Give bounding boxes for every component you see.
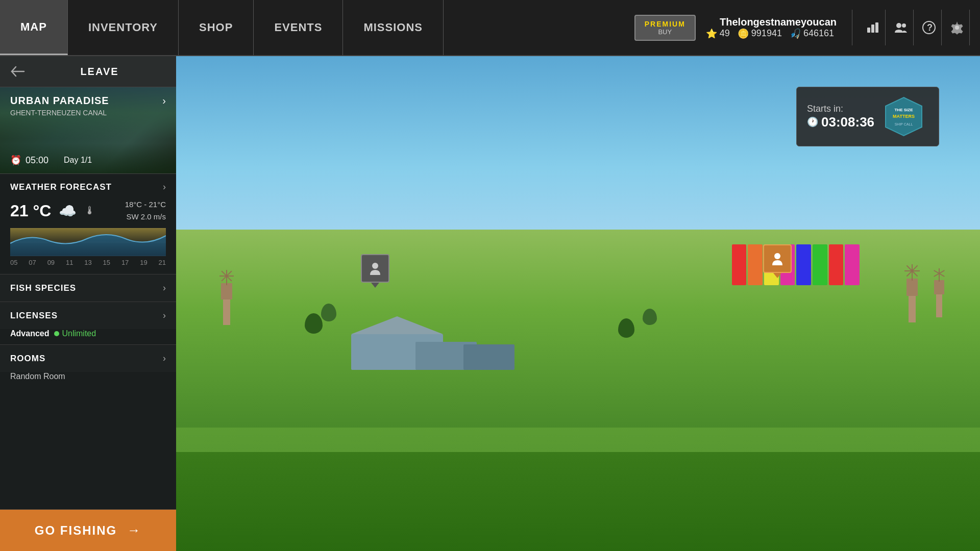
location-footer: ⏰ 05:00 Day 1/1 <box>10 155 166 166</box>
icon-buttons: ? <box>852 10 970 45</box>
rooms-sub: Random Room <box>0 372 176 387</box>
help-button[interactable]: ? <box>916 10 942 45</box>
svg-text:SHIP CALL: SHIP CALL <box>895 122 913 126</box>
licenses-header[interactable]: LICENSES › <box>0 302 176 329</box>
tab-events[interactable]: EVENTS <box>254 0 343 55</box>
sidebar: LEAVE URBAN PARADISE GHENT-TERNEUZEN CAN… <box>0 56 176 551</box>
licenses-expand-icon: › <box>163 310 166 321</box>
license-status: Unlimited <box>54 329 96 338</box>
tree-2 <box>321 304 336 321</box>
windmills-right <box>902 274 948 322</box>
weather-section: WEATHER FORECAST › 21 °C ☁️ 🌡 18°C - 21°… <box>0 174 176 274</box>
currency2-stat: 🎣 646161 <box>790 28 834 39</box>
temp-range: 18°C - 21°C <box>125 198 166 211</box>
svg-point-3 <box>896 23 901 28</box>
user-section: Thelongestnameyoucan ⭐ 49 🪙 991941 🎣 646… <box>706 10 980 45</box>
weather-title: WEATHER FORECAST <box>10 182 112 192</box>
alarm-icon: ⏰ <box>10 155 21 166</box>
premium-button[interactable]: PREMIUM BUY <box>634 15 696 41</box>
location-card[interactable]: URBAN PARADISE GHENT-TERNEUZEN CANAL › ⏰… <box>0 87 176 174</box>
tulip-strip-1 <box>732 244 747 285</box>
weather-main: 21 °C ☁️ 🌡 18°C - 21°C SW 2.0 m/s <box>10 198 166 223</box>
barn-roof-1 <box>351 316 443 334</box>
chart-svg <box>10 228 166 256</box>
thermometer-icon: 🌡 <box>84 204 95 217</box>
stats-row: ⭐ 49 🪙 991941 🎣 646161 <box>706 28 834 39</box>
time-info: ⏰ 05:00 <box>10 155 48 166</box>
fish-species-expand-icon: › <box>163 283 166 293</box>
nav-tabs: MAP INVENTORY SHOP EVENTS MISSIONS <box>0 0 634 55</box>
starts-in-label: Starts in: <box>807 104 874 114</box>
license-status-dot <box>54 331 59 336</box>
location-subtitle: GHENT-TERNEUZEN CANAL <box>10 109 109 117</box>
tab-shop[interactable]: SHOP <box>179 0 254 55</box>
rooms-header[interactable]: ROOMS › <box>0 345 176 372</box>
map-area: Starts in: 🕐 03:08:36 THE SIZE MATTERS S… <box>176 56 980 551</box>
player-marker-1[interactable] <box>361 254 389 288</box>
topbar: MAP INVENTORY SHOP EVENTS MISSIONS PREMI… <box>0 0 980 56</box>
clock-icon: 🕐 <box>807 116 818 128</box>
currency1-value: 991941 <box>751 28 782 39</box>
sidebar-header: LEAVE <box>0 56 176 87</box>
tulip-strip-8 <box>845 244 860 285</box>
rooms-section: ROOMS › Random Room <box>0 345 176 510</box>
sidebar-title: LEAVE <box>33 66 166 78</box>
windmill-3 <box>930 274 948 317</box>
location-overlay: URBAN PARADISE GHENT-TERNEUZEN CANAL › ⏰… <box>0 87 176 173</box>
room-name: Random Room <box>10 372 65 381</box>
svg-text:MATTERS: MATTERS <box>893 114 915 119</box>
tab-missions[interactable]: MISSIONS <box>343 0 444 55</box>
location-header-row: URBAN PARADISE GHENT-TERNEUZEN CANAL › <box>10 95 166 117</box>
weather-section-header[interactable]: WEATHER FORECAST › <box>10 182 166 192</box>
svg-rect-0 <box>867 28 870 33</box>
licenses-sub: Advanced Unlimited <box>0 329 176 344</box>
tree-1 <box>305 313 323 334</box>
windmills-left <box>216 279 237 325</box>
licenses-section: LICENSES › Advanced Unlimited <box>0 302 176 345</box>
buy-label: BUY <box>658 28 672 36</box>
location-name: URBAN PARADISE <box>10 95 109 107</box>
tulip-fields <box>732 244 860 285</box>
svg-point-8 <box>372 263 378 269</box>
tab-inventory[interactable]: INVENTORY <box>68 0 179 55</box>
wind-speed: SW 2.0 m/s <box>125 211 166 223</box>
event-badge: THE SIZE MATTERS SHIP CALL <box>882 95 925 138</box>
username: Thelongestnameyoucan <box>720 16 837 28</box>
bait-icon: 🎣 <box>790 28 801 39</box>
coin-icon: 🪙 <box>738 28 749 39</box>
player-marker-2[interactable] <box>763 244 792 278</box>
svg-text:?: ? <box>927 22 933 33</box>
location-expand-icon: › <box>162 95 166 107</box>
farm-buildings <box>337 304 618 370</box>
premium-label: PREMIUM <box>645 20 685 28</box>
tree-4 <box>643 309 657 325</box>
day-info: Day 1/1 <box>64 156 92 165</box>
go-fishing-arrow-icon: → <box>127 522 141 538</box>
fish-species-header: FISH SPECIES › <box>0 274 176 302</box>
settings-button[interactable] <box>944 10 970 45</box>
tab-map[interactable]: MAP <box>0 0 68 55</box>
rooms-expand-icon: › <box>163 353 166 364</box>
weather-chart: 05 07 09 11 13 15 17 19 21 <box>10 228 166 266</box>
back-button[interactable] <box>10 64 26 79</box>
leaderboard-button[interactable] <box>860 10 886 45</box>
svg-point-9 <box>774 253 780 259</box>
license-type: Advanced <box>10 329 49 338</box>
weather-details: 18°C - 21°C SW 2.0 m/s <box>125 198 166 223</box>
location-time: 05:00 <box>26 155 48 166</box>
go-fishing-button[interactable]: GO FISHING → <box>0 510 176 551</box>
svg-rect-1 <box>871 24 874 33</box>
barn-3 <box>463 344 514 370</box>
windmill-1 <box>216 279 237 325</box>
fish-species-section[interactable]: FISH SPECIES › <box>0 274 176 302</box>
main-screen: MAP INVENTORY SHOP EVENTS MISSIONS PREMI… <box>0 0 980 551</box>
fish-species-title: FISH SPECIES <box>10 283 76 293</box>
tulip-strip-6 <box>813 244 827 285</box>
rooms-title: ROOMS <box>10 354 45 364</box>
temperature: 21 °C <box>10 202 51 220</box>
tulip-strip-2 <box>748 244 763 285</box>
foreground <box>176 452 980 551</box>
go-fishing-label: GO FISHING <box>35 523 117 538</box>
tulip-strip-5 <box>796 244 811 285</box>
friends-button[interactable] <box>888 10 914 45</box>
